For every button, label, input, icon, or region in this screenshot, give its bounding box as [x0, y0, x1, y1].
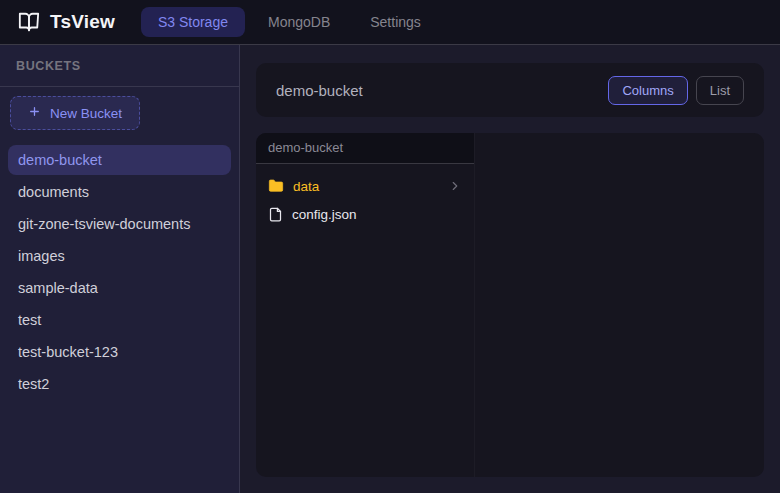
plus-icon	[28, 105, 41, 121]
app-header: TsView S3 Storage MongoDB Settings	[0, 0, 780, 45]
bucket-item-git-zone-tsview-documents[interactable]: git-zone-tsview-documents	[8, 209, 231, 239]
tab-s3-storage[interactable]: S3 Storage	[141, 7, 245, 37]
bucket-item-sample-data[interactable]: sample-data	[8, 273, 231, 303]
file-icon	[268, 207, 283, 222]
view-mode-buttons: Columns List	[608, 76, 744, 105]
list-view-button[interactable]: List	[696, 76, 744, 105]
app-title: TsView	[50, 11, 115, 33]
app-logo: TsView	[18, 11, 115, 33]
folder-icon	[268, 178, 284, 194]
miller-column-demo-bucket: demo-bucket data	[256, 133, 475, 477]
bucket-item-test2[interactable]: test2	[8, 369, 231, 399]
main-area: demo-bucket Columns List demo-bucket da	[240, 45, 780, 493]
sidebar-section-head: BUCKETS	[0, 45, 239, 87]
entry-config-json-file[interactable]: config.json	[256, 200, 474, 228]
new-bucket-button[interactable]: New Bucket	[10, 96, 140, 130]
bucket-item-images[interactable]: images	[8, 241, 231, 271]
columns-view-button[interactable]: Columns	[608, 76, 687, 105]
book-open-icon	[18, 11, 40, 33]
bucket-item-demo-bucket[interactable]: demo-bucket	[8, 145, 231, 175]
tab-settings[interactable]: Settings	[353, 7, 438, 37]
entry-label: data	[293, 179, 319, 194]
entry-data-folder[interactable]: data	[256, 172, 474, 200]
chevron-right-icon	[448, 179, 462, 193]
entry-label: config.json	[292, 207, 357, 222]
new-bucket-label: New Bucket	[50, 106, 122, 121]
bucket-title: demo-bucket	[276, 82, 363, 99]
column-header: demo-bucket	[256, 133, 474, 164]
bucket-toolbar: demo-bucket Columns List	[256, 63, 764, 117]
bucket-list: demo-bucket documents git-zone-tsview-do…	[0, 130, 239, 401]
bucket-item-documents[interactable]: documents	[8, 177, 231, 207]
buckets-section-label: BUCKETS	[16, 59, 81, 73]
bucket-item-test[interactable]: test	[8, 305, 231, 335]
header-tabs: S3 Storage MongoDB Settings	[141, 7, 438, 37]
file-browser-panel: demo-bucket data	[256, 133, 764, 477]
bucket-item-test-bucket-123[interactable]: test-bucket-123	[8, 337, 231, 367]
buckets-sidebar: BUCKETS New Bucket demo-bucket documents…	[0, 45, 240, 493]
tab-mongodb[interactable]: MongoDB	[251, 7, 347, 37]
column-entries: data	[256, 164, 474, 228]
